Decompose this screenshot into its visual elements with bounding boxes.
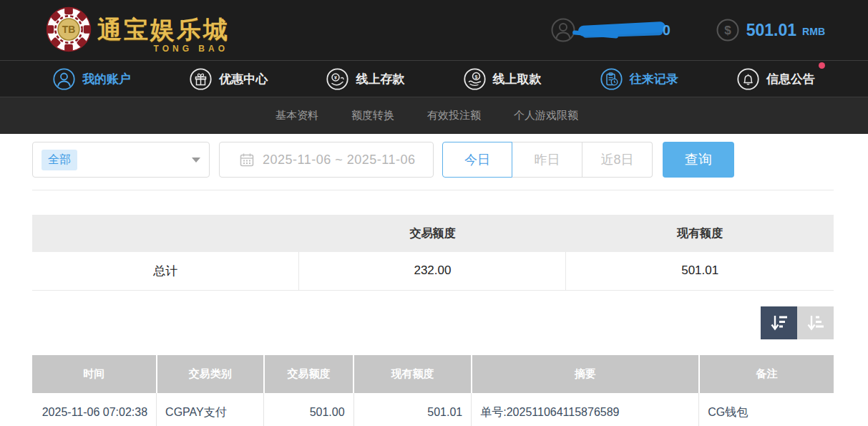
- nav-item-online-deposit[interactable]: ¥ 线上存款: [326, 68, 404, 90]
- summary-total-label: 总计: [32, 252, 299, 290]
- summary-total-transaction-amount: 232.00: [299, 252, 566, 290]
- dollar-coin-icon: $: [716, 19, 739, 42]
- sort-ascending-button[interactable]: [797, 306, 834, 339]
- nav-item-promotions[interactable]: 优惠中心: [190, 68, 268, 90]
- summary-header-transaction-amount: 交易额度: [299, 215, 566, 252]
- gift-icon: [190, 68, 212, 90]
- main-nav: 我的账户 优惠中心 ¥ 线上存款 $ 线上取款: [0, 60, 868, 97]
- range-yesterday-button[interactable]: 昨日: [512, 142, 582, 178]
- deposit-hand-icon: ¥: [326, 68, 348, 90]
- main-content: 全部 2025-11-06 ~ 2025-11-06 今日 昨日 近8日 查询: [0, 142, 868, 426]
- nav-label: 信息公告: [766, 71, 815, 87]
- subnav-item-game-limits[interactable]: 个人游戏限额: [514, 109, 578, 122]
- transaction-type-select[interactable]: 全部: [32, 142, 210, 178]
- logo-title: 通宝娱乐城: [97, 15, 230, 44]
- username-redaction-scribble: [578, 19, 670, 42]
- nav-label: 我的账户: [82, 71, 131, 87]
- records-header-time: 时间: [32, 355, 157, 393]
- logo-chip-text: TB: [62, 24, 75, 35]
- subnav-item-credit-transfer[interactable]: 额度转换: [351, 109, 394, 122]
- notification-dot: [819, 62, 825, 69]
- query-button[interactable]: 查询: [663, 142, 734, 178]
- records-clipboard-icon: [600, 68, 623, 90]
- records-header-transaction-amount: 交易额度: [264, 355, 353, 393]
- range-last8days-button[interactable]: 近8日: [582, 142, 653, 178]
- nav-label: 线上存款: [356, 71, 404, 87]
- balance-amount: 501.01: [746, 21, 796, 40]
- logo-subtitle: TONG BAO: [154, 44, 228, 54]
- range-today-button[interactable]: 今日: [442, 142, 512, 178]
- svg-text:$: $: [724, 24, 731, 37]
- selected-type-tag: 全部: [42, 150, 77, 170]
- subnav-item-basic-info[interactable]: 基本资料: [275, 109, 318, 122]
- withdraw-hand-icon: $: [464, 68, 486, 90]
- filter-row: 全部 2025-11-06 ~ 2025-11-06 今日 昨日 近8日 查询: [32, 142, 834, 178]
- records-table: 时间 交易类别 交易额度 现有额度 摘要 备注 2025-11-06 07:02…: [32, 355, 834, 426]
- poker-chip-logo-icon: TB: [46, 6, 92, 52]
- summary-total-current-balance: 501.01: [566, 252, 834, 290]
- record-remark: CG钱包: [699, 393, 834, 426]
- svg-text:¥: ¥: [334, 75, 337, 80]
- calendar-icon: [240, 153, 254, 167]
- top-header: TB 通宝娱乐城 TONG BAO 0 $ 501.01 RMB: [0, 0, 868, 60]
- sort-descending-icon: [769, 313, 789, 333]
- sub-nav: 基本资料 额度转换 有效投注额 个人游戏限额: [0, 97, 868, 134]
- bell-icon: [737, 68, 759, 90]
- record-summary: 单号:202511064115876589: [472, 393, 699, 426]
- balance[interactable]: $ 501.01 RMB: [716, 19, 825, 42]
- nav-item-announcements[interactable]: 信息公告: [737, 68, 815, 90]
- balance-currency: RMB: [802, 23, 825, 37]
- sort-controls: [32, 306, 834, 339]
- logo-text: 通宝娱乐城 TONG BAO: [97, 15, 230, 44]
- quick-range-segmented: 今日 昨日 近8日: [442, 142, 653, 178]
- record-time: 2025-11-06 07:02:38: [32, 393, 157, 426]
- record-type: CGPAY支付: [157, 393, 264, 426]
- nav-label: 线上取款: [493, 71, 542, 87]
- nav-label: 往来记录: [630, 71, 678, 87]
- sort-ascending-icon: [806, 313, 826, 333]
- table-row: 2025-11-06 07:02:38 CGPAY支付 501.00 501.0…: [32, 393, 834, 426]
- summary-header-current-balance: 现有额度: [566, 215, 834, 252]
- nav-item-my-account[interactable]: 我的账户: [53, 68, 131, 90]
- filter-divider: [32, 190, 834, 190]
- record-current-balance: 501.01: [353, 393, 472, 426]
- svg-text:$: $: [474, 74, 477, 79]
- records-header-remark: 备注: [699, 355, 834, 393]
- user-account[interactable]: 0: [551, 18, 670, 42]
- summary-table: 交易额度 现有额度 总计 232.00 501.01: [32, 215, 834, 291]
- summary-header-row: 交易额度 现有额度: [32, 215, 834, 252]
- records-header-row: 时间 交易类别 交易额度 现有额度 摘要 备注: [32, 355, 834, 393]
- sort-descending-button[interactable]: [761, 306, 797, 339]
- summary-total-row: 总计 232.00 501.01: [32, 252, 834, 290]
- records-header-current-balance: 现有额度: [353, 355, 472, 393]
- site-logo[interactable]: TB 通宝娱乐城 TONG BAO: [46, 6, 230, 52]
- subnav-item-valid-bets[interactable]: 有效投注额: [427, 109, 481, 122]
- username-visible-suffix: 0: [663, 22, 670, 39]
- chevron-down-icon: [192, 158, 200, 163]
- nav-item-transaction-records[interactable]: 往来记录: [600, 68, 678, 90]
- nav-label: 优惠中心: [219, 71, 268, 87]
- topbar-right: 0 $ 501.01 RMB: [551, 0, 825, 60]
- date-range-input[interactable]: 2025-11-06 ~ 2025-11-06: [219, 142, 434, 178]
- user-icon: [53, 68, 75, 90]
- records-header-type: 交易类别: [157, 355, 264, 393]
- records-header-summary: 摘要: [472, 355, 699, 393]
- date-range-value: 2025-11-06 ~ 2025-11-06: [263, 153, 416, 168]
- user-icon: [551, 18, 575, 42]
- record-transaction-amount: 501.00: [264, 393, 353, 426]
- nav-item-online-withdrawal[interactable]: $ 线上取款: [464, 68, 542, 90]
- summary-header-empty: [32, 215, 299, 252]
